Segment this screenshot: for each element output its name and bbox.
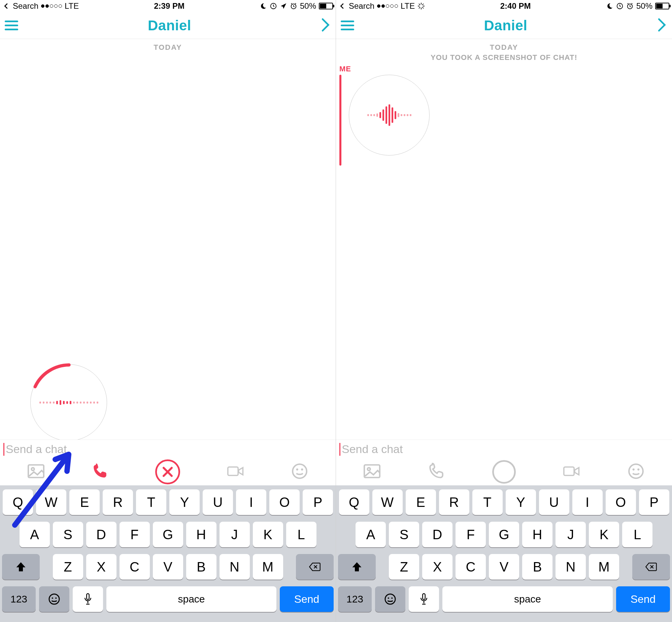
dictation-key[interactable] [73,586,103,612]
forward-chevron-icon[interactable] [657,18,667,34]
chat-input-row[interactable]: Send a chat [0,440,336,458]
emoji-key[interactable] [39,586,69,612]
video-call-button[interactable] [563,463,580,481]
shift-key[interactable] [2,554,40,580]
key-k[interactable]: K [253,522,283,547]
key-v[interactable]: V [489,554,519,580]
chat-input-row[interactable]: Send a chat [336,440,672,458]
chat-title[interactable]: Daniel [148,18,191,34]
voice-note-bubble[interactable] [349,75,430,156]
key-q[interactable]: Q [3,489,33,515]
svg-point-25 [629,464,643,478]
key-s[interactable]: S [389,522,419,547]
key-n[interactable]: N [220,554,250,580]
key-g[interactable]: G [489,522,519,547]
key-o[interactable]: O [606,489,636,515]
key-l[interactable]: L [286,522,316,547]
backspace-key[interactable] [632,554,670,580]
key-w[interactable]: W [372,489,403,515]
gallery-button[interactable] [28,463,44,481]
voice-note-message[interactable] [339,75,672,166]
back-to-app-label[interactable]: Search [349,1,374,11]
key-p[interactable]: P [639,489,669,515]
key-d[interactable]: D [86,522,116,547]
back-to-app-label[interactable]: Search [13,1,38,11]
menu-icon[interactable] [5,21,18,30]
key-o[interactable]: O [269,489,300,515]
key-b[interactable]: B [522,554,552,580]
dictation-key[interactable] [409,586,439,612]
key-a[interactable]: A [20,522,50,547]
key-x[interactable]: X [86,554,116,580]
space-key[interactable]: space [442,586,613,612]
key-f[interactable]: F [456,522,486,547]
menu-icon[interactable] [341,21,354,30]
key-w[interactable]: W [36,489,66,515]
voice-note-button[interactable] [492,460,516,484]
back-caret-icon [339,2,346,10]
forward-chevron-icon[interactable] [321,18,331,34]
key-c[interactable]: C [456,554,486,580]
voice-call-button[interactable] [428,463,445,481]
voice-call-button[interactable] [92,463,108,481]
key-t[interactable]: T [136,489,166,515]
svg-rect-4 [228,467,238,476]
phone-right: Search LTE 2:40 PM 50% Daniel TODAY YOU … [336,0,672,622]
emoji-key[interactable] [375,586,405,612]
key-e[interactable]: E [69,489,100,515]
send-key[interactable]: Send [280,586,334,612]
key-r[interactable]: R [103,489,133,515]
video-call-button[interactable] [227,463,244,481]
svg-point-30 [391,597,393,599]
key-x[interactable]: X [422,554,452,580]
recording-bubble[interactable] [30,364,107,440]
key-z[interactable]: Z [53,554,83,580]
key-y[interactable]: Y [506,489,536,515]
svg-point-7 [301,469,303,470]
key-v[interactable]: V [153,554,183,580]
key-m[interactable]: M [589,554,619,580]
key-i[interactable]: I [572,489,603,515]
key-m[interactable]: M [253,554,283,580]
key-l[interactable]: L [622,522,652,547]
numbers-key[interactable]: 123 [2,586,36,612]
key-p[interactable]: P [303,489,333,515]
key-n[interactable]: N [556,554,586,580]
key-s[interactable]: S [53,522,83,547]
key-e[interactable]: E [406,489,436,515]
key-g[interactable]: G [153,522,183,547]
send-key[interactable]: Send [616,586,670,612]
key-h[interactable]: H [522,522,552,547]
key-f[interactable]: F [120,522,150,547]
numbers-key[interactable]: 123 [338,586,372,612]
cancel-recording-button[interactable] [155,459,180,484]
key-u[interactable]: U [539,489,569,515]
sticker-button[interactable] [628,463,644,481]
space-key[interactable]: space [106,586,276,612]
backspace-key[interactable] [296,554,334,580]
key-d[interactable]: D [422,522,452,547]
key-b[interactable]: B [186,554,216,580]
key-j[interactable]: J [220,522,250,547]
key-k[interactable]: K [589,522,619,547]
key-i[interactable]: I [236,489,266,515]
key-t[interactable]: T [472,489,503,515]
clock-label: 2:40 PM [500,1,531,11]
chat-title[interactable]: Daniel [484,18,527,34]
key-h[interactable]: H [186,522,216,547]
shift-key[interactable] [338,554,376,580]
key-c[interactable]: C [120,554,150,580]
key-a[interactable]: A [356,522,386,547]
key-y[interactable]: Y [169,489,200,515]
key-r[interactable]: R [439,489,469,515]
key-j[interactable]: J [556,522,586,547]
key-u[interactable]: U [203,489,233,515]
sticker-button[interactable] [291,463,308,481]
key-q[interactable]: Q [339,489,369,515]
keyboard: QWERTYUIOP ASDFGHJKL ZXCVBNM 123 space S… [0,485,336,622]
waveform-icon [367,104,411,126]
loading-spinner-icon [417,2,425,10]
gallery-button[interactable] [364,463,380,481]
signal-dots-icon [41,4,62,8]
key-z[interactable]: Z [389,554,419,580]
